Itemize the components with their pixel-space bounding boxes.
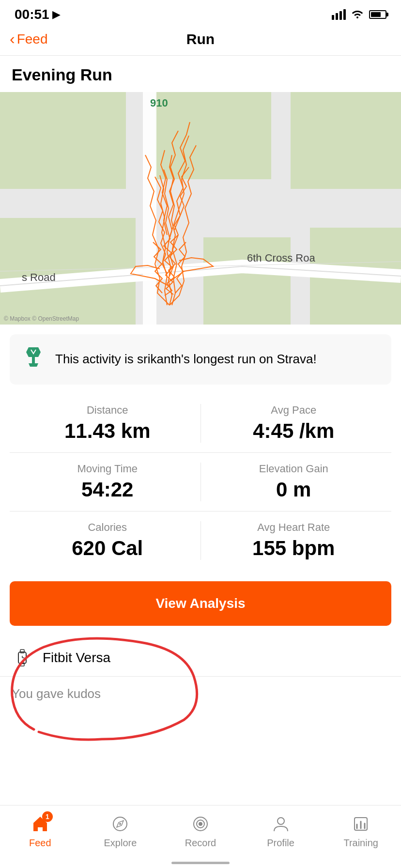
back-label: Feed: [17, 31, 48, 47]
profile-tab-label: Profile: [267, 837, 294, 849]
tab-training[interactable]: Training: [337, 813, 385, 849]
stat-avg-pace: Avg Pace 4:45 /km: [201, 404, 387, 443]
svg-text:910: 910: [150, 97, 168, 109]
stat-distance: Distance 11.43 km: [15, 404, 201, 443]
status-time: 00:51: [15, 7, 49, 22]
device-section: Fitbit Versa: [0, 637, 401, 677]
device-name: Fitbit Versa: [43, 650, 110, 666]
svg-rect-5: [203, 237, 291, 325]
home-indicator: [171, 862, 230, 864]
distance-value: 11.43 km: [64, 419, 150, 443]
moving-time-label: Moving Time: [77, 463, 138, 475]
explore-tab-label: Explore: [104, 837, 137, 849]
record-tab-label: Record: [185, 837, 216, 849]
nav-header: ‹ Feed Run: [0, 26, 401, 56]
location-icon: ▶: [52, 8, 61, 21]
avg-pace-label: Avg Pace: [271, 404, 316, 417]
view-analysis-button[interactable]: View Analysis: [10, 581, 391, 626]
achievement-banner: This activity is srikanth's longest run …: [10, 334, 391, 385]
stats-grid: Distance 11.43 km Avg Pace 4:45 /km Movi…: [0, 394, 401, 570]
signal-bars: [332, 9, 346, 20]
tab-bar: 1 Feed Explore Record: [0, 805, 401, 868]
map-section[interactable]: s Road 6th Cross Roa 910 © Mapbox © Open…: [0, 92, 401, 325]
kudos-section: You gave kudos: [0, 677, 401, 711]
stat-heart-rate: Avg Heart Rate 155 bpm: [201, 521, 387, 560]
svg-text:© Mapbox © OpenStreetMap: © Mapbox © OpenStreetMap: [4, 315, 79, 322]
back-chevron-icon: ‹: [10, 31, 15, 46]
feed-tab-icon: 1: [30, 813, 51, 835]
stats-row-2: Moving Time 54:22 Elevation Gain 0 m: [10, 453, 391, 512]
device-wrapper: Fitbit Versa: [0, 637, 401, 677]
elevation-label: Elevation Gain: [259, 463, 328, 475]
svg-point-23: [278, 818, 284, 824]
explore-tab-icon: [109, 813, 131, 835]
tab-feed[interactable]: 1 Feed: [16, 813, 64, 849]
stats-row-3: Calories 620 Cal Avg Heart Rate 155 bpm: [10, 512, 391, 570]
distance-label: Distance: [87, 404, 128, 417]
stat-calories: Calories 620 Cal: [15, 521, 201, 560]
stats-row-1: Distance 11.43 km Avg Pace 4:45 /km: [10, 394, 391, 453]
status-bar: 00:51 ▶: [0, 0, 401, 26]
wifi-icon: [351, 8, 364, 21]
status-icons: [332, 8, 386, 21]
stat-elevation: Elevation Gain 0 m: [201, 463, 387, 501]
avg-pace-value: 4:45 /km: [253, 419, 334, 443]
calories-label: Calories: [88, 521, 127, 534]
heart-rate-value: 155 bpm: [252, 537, 335, 560]
achievement-text: This activity is srikanth's longest run …: [55, 351, 317, 368]
svg-rect-3: [291, 92, 401, 189]
tab-record[interactable]: Record: [176, 813, 225, 849]
svg-point-22: [199, 822, 202, 826]
feed-badge: 1: [42, 811, 53, 822]
tab-explore[interactable]: Explore: [96, 813, 144, 849]
calories-value: 620 Cal: [72, 537, 143, 560]
svg-rect-2: [155, 92, 271, 179]
svg-rect-12: [32, 357, 35, 364]
back-button[interactable]: ‹ Feed: [10, 31, 47, 47]
elevation-value: 0 m: [276, 478, 311, 501]
svg-text:s Road: s Road: [22, 271, 56, 283]
training-tab-label: Training: [343, 837, 378, 849]
svg-point-19: [119, 823, 121, 825]
svg-rect-1: [0, 92, 126, 189]
tab-profile[interactable]: Profile: [257, 813, 305, 849]
record-tab-icon: [190, 813, 211, 835]
activity-title: Evening Run: [0, 56, 401, 92]
nav-title: Run: [186, 31, 215, 47]
achievement-icon: [21, 345, 46, 374]
watch-icon: [12, 647, 33, 668]
kudos-text: You gave kudos: [12, 686, 101, 701]
moving-time-value: 54:22: [81, 478, 133, 501]
profile-tab-icon: [270, 813, 292, 835]
training-tab-icon: [350, 813, 371, 835]
svg-rect-7: [143, 92, 156, 325]
feed-tab-label: Feed: [29, 837, 51, 849]
svg-text:6th Cross Roa: 6th Cross Roa: [247, 252, 315, 264]
stat-moving-time: Moving Time 54:22: [15, 463, 201, 501]
battery-icon: [369, 10, 386, 19]
heart-rate-label: Avg Heart Rate: [257, 521, 330, 534]
